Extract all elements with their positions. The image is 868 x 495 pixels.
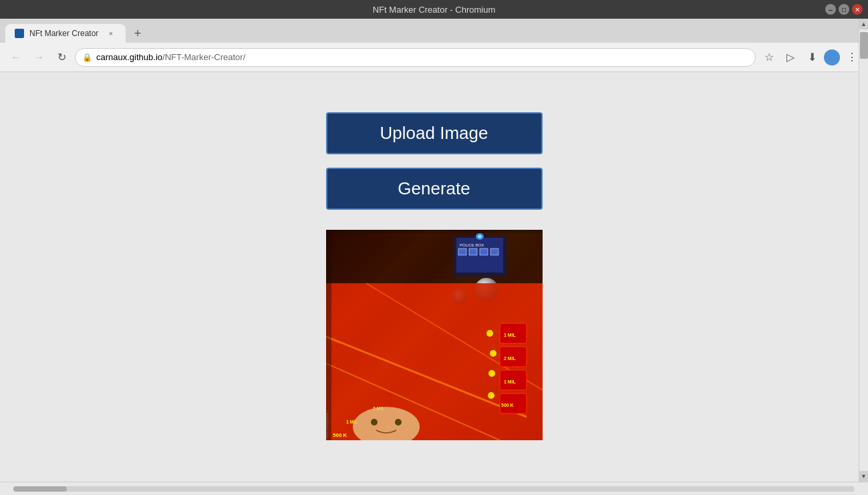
bottom-scrollbar	[0, 482, 868, 495]
browser-chrome: NFt Marker Creator × + ← → ↻ 🔒 carnaux.g…	[0, 19, 868, 72]
active-tab[interactable]: NFt Marker Creator ×	[5, 24, 126, 43]
right-scrollbar: ▲ ▼	[859, 19, 868, 482]
svg-rect-4	[458, 249, 466, 255]
svg-point-33	[395, 419, 402, 426]
scroll-up-button[interactable]: ▲	[859, 19, 869, 29]
svg-rect-0	[326, 230, 543, 283]
tab-label: NFt Marker Creator	[29, 29, 100, 38]
forward-button[interactable]: →	[29, 48, 48, 67]
svg-rect-6	[480, 249, 488, 255]
svg-text:POLICE BOX: POLICE BOX	[460, 243, 484, 247]
svg-point-9	[478, 235, 482, 238]
pinball-background: POLICE BOX	[326, 230, 543, 440]
close-button[interactable]: ✕	[852, 4, 863, 15]
os-titlebar: NFt Marker Creator - Chromium – □ ✕	[0, 0, 868, 19]
nav-bar: ← → ↻ 🔒 carnaux.github.io/NFT-Marker-Cre…	[0, 43, 868, 72]
svg-text:flickr.com/photos/...: flickr.com/photos/...	[326, 409, 329, 438]
star-button[interactable]: ☆	[760, 48, 778, 67]
svg-rect-34	[326, 230, 331, 440]
back-button[interactable]: ←	[7, 48, 25, 67]
svg-point-26	[488, 370, 495, 377]
svg-text:1 MIL: 1 MIL	[504, 333, 517, 337]
new-tab-button[interactable]: +	[128, 24, 147, 43]
page-content: Upload Image Generate POLICE BOX	[0, 72, 868, 482]
minimize-button[interactable]: –	[825, 4, 836, 15]
address-bar[interactable]: 🔒 carnaux.github.io/NFT-Marker-Creator/	[75, 48, 756, 67]
download-button[interactable]: ⬇	[803, 48, 821, 67]
svg-text:500 K: 500 K	[501, 403, 514, 407]
pinball-image: POLICE BOX	[326, 230, 543, 440]
reload-button[interactable]: ↻	[52, 48, 71, 67]
svg-point-32	[371, 419, 378, 426]
tab-close-button[interactable]: ×	[106, 28, 116, 39]
lock-icon: 🔒	[82, 53, 92, 62]
os-title: NFt Marker Creator - Chromium	[373, 5, 495, 15]
nav-actions: ☆ ▷ ⬇ ⋮	[760, 48, 861, 67]
svg-point-27	[488, 392, 494, 399]
tab-bar: NFt Marker Creator × +	[0, 19, 868, 43]
maximize-button[interactable]: □	[839, 4, 849, 15]
svg-point-25	[490, 350, 496, 357]
cast-button[interactable]: ▷	[781, 48, 800, 67]
svg-rect-5	[469, 249, 477, 255]
generate-button[interactable]: Generate	[326, 168, 543, 210]
svg-rect-7	[490, 249, 498, 255]
scrollbar-track[interactable]	[13, 486, 855, 492]
svg-text:1 MIL: 1 MIL	[504, 379, 517, 384]
upload-image-button[interactable]: Upload Image	[326, 112, 543, 154]
svg-rect-35	[326, 230, 543, 233]
address-text: carnaux.github.io/NFT-Marker-Creator/	[96, 52, 748, 62]
svg-text:500 K: 500 K	[333, 432, 347, 438]
scroll-down-button[interactable]: ▼	[859, 471, 869, 482]
vertical-scrollbar-thumb[interactable]	[860, 32, 868, 59]
scrollbar-thumb[interactable]	[13, 486, 67, 492]
svg-text:2 MIL: 2 MIL	[504, 356, 517, 361]
svg-point-24	[486, 330, 493, 337]
pinball-svg: POLICE BOX	[326, 230, 543, 440]
tab-favicon	[15, 29, 24, 38]
avatar-button[interactable]	[824, 49, 840, 65]
